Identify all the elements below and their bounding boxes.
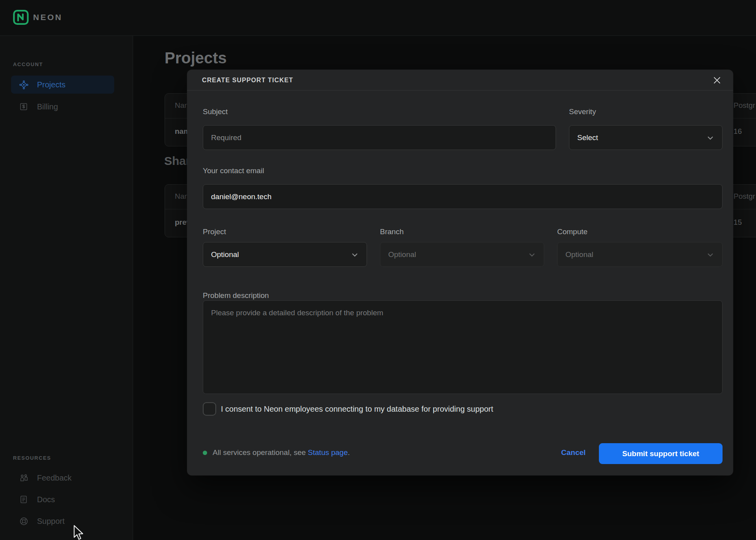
cancel-button[interactable]: Cancel [561,448,586,457]
create-support-ticket-modal: CREATE SUPPORT TICKET Subject Severity S… [187,70,733,475]
consent-label: I consent to Neon employees connecting t… [221,405,493,414]
sidebar-item-label: Support [37,517,65,526]
app-root: NEON ACCOUNT Projects Billi [0,0,756,540]
table-row-postgres: 15 [734,218,742,227]
modal-title: CREATE SUPPORT TICKET [202,70,293,91]
sidebar-section-account: ACCOUNT [13,61,43,67]
top-bar: NEON [0,0,756,36]
column-header-postgres: Postgr [734,192,755,201]
contact-email-label: Your contact email [203,166,264,175]
sidebar-item-docs[interactable]: Docs [11,490,114,509]
subject-label: Subject [203,107,228,116]
chevron-down-icon [350,250,359,259]
modal-header: CREATE SUPPORT TICKET [187,70,733,91]
status-text: All services operational, see Status pag… [213,448,350,457]
column-header-name: Nan [175,101,189,110]
status-text-suffix: . [348,448,350,457]
problem-description-label: Problem description [203,291,269,300]
sidebar-item-projects[interactable]: Projects [11,76,114,94]
feedback-icon [19,473,29,483]
support-icon [19,516,29,526]
contact-email-input[interactable] [203,184,723,209]
sidebar-section-resources: RESOURCES [13,455,51,461]
status-green-dot-icon [203,451,207,455]
sidebar-item-billing[interactable]: Billing [11,98,114,116]
table-row-postgres: 16 [734,127,742,136]
billing-icon [19,102,29,112]
branch-select: Optional [380,242,544,267]
compute-select-value: Optional [565,250,593,259]
project-select-value: Optional [211,250,239,259]
compute-select: Optional [557,242,723,267]
status-page-link[interactable]: Status page [308,448,348,457]
branch-select-value: Optional [388,250,416,259]
severity-select[interactable]: Select [569,125,723,150]
status-text-prefix: All services operational, see [213,448,308,457]
sidebar-item-label: Projects [37,80,65,89]
sidebar-item-feedback[interactable]: Feedback [11,469,114,487]
consent-checkbox[interactable] [203,402,216,416]
problem-description-textarea[interactable] [203,300,723,394]
sidebar-item-partial[interactable] [11,534,114,540]
chevron-down-icon [706,133,715,142]
severity-label: Severity [569,107,596,116]
docs-icon [19,494,29,505]
service-status: All services operational, see Status pag… [203,448,350,457]
branch-label: Branch [380,227,404,236]
column-header-postgres: Postgr [734,101,755,110]
close-icon[interactable] [711,74,723,86]
project-label: Project [203,227,226,236]
compute-label: Compute [557,227,587,236]
projects-icon [19,80,29,90]
sidebar-item-label: Docs [37,495,55,504]
chevron-down-icon [527,250,537,259]
neon-logo-icon[interactable] [13,10,29,25]
chevron-down-icon [706,250,715,259]
project-select[interactable]: Optional [203,242,367,267]
sidebar: ACCOUNT Projects Billing RESOUR [0,36,133,540]
column-header-name: Nan [175,192,189,201]
brand-wordmark: NEON [33,13,63,22]
shared-section-title: Shar [164,154,191,168]
subject-input[interactable] [203,125,556,150]
sidebar-item-label: Billing [37,102,58,111]
severity-select-value: Select [577,133,598,142]
sidebar-item-label: Feedback [37,473,72,483]
sidebar-item-support[interactable]: Support [11,512,114,530]
submit-support-ticket-button[interactable]: Submit support ticket [599,443,723,464]
partial-item-icon [19,538,29,540]
page-title: Projects [165,49,227,67]
